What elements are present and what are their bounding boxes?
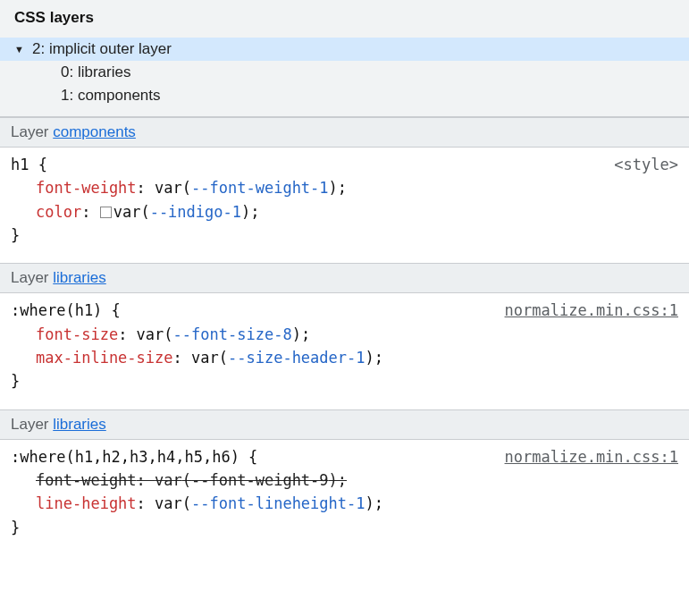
colon: : — [173, 349, 191, 367]
paren-close: ); — [329, 179, 347, 197]
layer-tree-row[interactable]: 1: components — [0, 84, 689, 107]
colon: : — [81, 203, 99, 221]
color-swatch-icon[interactable] — [100, 207, 112, 218]
css-variable[interactable]: --indigo-1 — [150, 203, 241, 221]
layer-tree-row[interactable]: ▼2: implicit outer layer — [0, 38, 689, 61]
css-declaration[interactable]: font-weight: var(--font-weight-9); — [11, 468, 678, 492]
css-function: var — [155, 471, 182, 489]
paren-close: ); — [241, 203, 259, 221]
paren-open: ( — [182, 179, 191, 197]
layer-section-header: Layer libraries — [0, 409, 689, 440]
css-selector[interactable]: :where(h1,h2,h3,h4,h5,h6) — [11, 448, 239, 466]
css-selector[interactable]: :where(h1) — [11, 301, 102, 319]
layer-tree-label: 0: libraries — [61, 63, 130, 81]
panel-title: CSS layers — [0, 0, 689, 34]
colon: : — [137, 471, 155, 489]
open-brace: { — [239, 448, 257, 466]
css-function: var — [155, 179, 182, 197]
paren-open: ( — [164, 325, 172, 343]
layer-link[interactable]: components — [53, 123, 136, 140]
layer-tree-row[interactable]: 0: libraries — [0, 61, 689, 84]
css-function: var — [113, 203, 141, 221]
paren-close: ); — [292, 325, 310, 343]
css-function: var — [137, 325, 164, 343]
rule-top-line: :where(h1,h2,h3,h4,h5,h6) {normalize.min… — [11, 445, 678, 468]
css-function: var — [191, 349, 219, 367]
css-declaration[interactable]: max-inline-size: var(--size-header-1); — [11, 346, 678, 369]
css-declaration[interactable]: line-height: var(--font-lineheight-1); — [11, 492, 678, 515]
css-variable[interactable]: --size-header-1 — [228, 349, 366, 367]
open-brace: { — [29, 156, 46, 173]
css-layers-panel: CSS layers ▼2: implicit outer layer0: li… — [0, 0, 689, 117]
layer-link[interactable]: libraries — [53, 416, 106, 433]
paren-close: ); — [366, 494, 383, 512]
css-variable[interactable]: --font-weight-1 — [191, 179, 329, 197]
paren-open: ( — [182, 471, 191, 489]
paren-close: ); — [366, 349, 383, 367]
paren-open: ( — [140, 203, 149, 221]
open-brace: { — [102, 301, 120, 319]
layer-section-header: Layer libraries — [0, 263, 689, 293]
css-declaration[interactable]: font-weight: var(--font-weight-1); — [11, 176, 678, 199]
paren-open: ( — [182, 494, 191, 512]
css-function: var — [155, 494, 182, 512]
layer-label-prefix: Layer — [11, 123, 53, 140]
layer-label-prefix: Layer — [11, 269, 53, 286]
section-gap — [0, 252, 689, 263]
paren-close: ); — [329, 471, 347, 489]
css-declaration[interactable]: color: var(--indigo-1); — [11, 200, 678, 224]
css-property: max-inline-size — [36, 349, 173, 367]
css-variable[interactable]: --font-weight-9 — [191, 471, 329, 489]
css-property: color — [36, 203, 81, 221]
css-property: font-weight — [36, 471, 137, 489]
css-property: font-size — [36, 325, 118, 343]
rule-source-link[interactable]: normalize.min.css:1 — [505, 445, 678, 468]
css-rule-block: :where(h1,h2,h3,h4,h5,h6) {normalize.min… — [0, 440, 689, 544]
close-brace: } — [11, 369, 678, 392]
colon: : — [118, 325, 136, 343]
css-variable[interactable]: --font-lineheight-1 — [191, 494, 365, 512]
paren-open: ( — [219, 349, 228, 367]
section-gap — [0, 399, 689, 409]
css-variable[interactable]: --font-size-8 — [173, 325, 292, 343]
css-rule-block: h1 {<style>font-weight: var(--font-weigh… — [0, 148, 689, 252]
layer-tree: ▼2: implicit outer layer0: libraries1: c… — [0, 34, 689, 116]
layer-tree-label: 1: components — [61, 87, 161, 105]
css-property: line-height — [36, 494, 137, 512]
css-property: font-weight — [36, 179, 137, 197]
colon: : — [137, 179, 155, 197]
layer-label-prefix: Layer — [11, 416, 53, 433]
rule-top-line: :where(h1) {normalize.min.css:1 — [11, 299, 678, 322]
layer-link[interactable]: libraries — [53, 269, 106, 286]
rule-top-line: h1 {<style> — [11, 153, 678, 176]
css-declaration[interactable]: font-size: var(--font-size-8); — [11, 323, 678, 346]
css-selector[interactable]: h1 — [11, 156, 29, 173]
colon: : — [137, 494, 155, 512]
layer-section-header: Layer components — [0, 117, 689, 148]
css-rule-block: :where(h1) {normalize.min.css:1font-size… — [0, 293, 689, 398]
layer-tree-label: 2: implicit outer layer — [32, 40, 172, 58]
close-brace: } — [11, 516, 678, 539]
rule-source-link[interactable]: <style> — [614, 153, 678, 176]
close-brace: } — [11, 224, 678, 247]
rule-source-link[interactable]: normalize.min.css:1 — [505, 299, 678, 322]
disclosure-triangle-icon[interactable]: ▼ — [14, 44, 27, 55]
